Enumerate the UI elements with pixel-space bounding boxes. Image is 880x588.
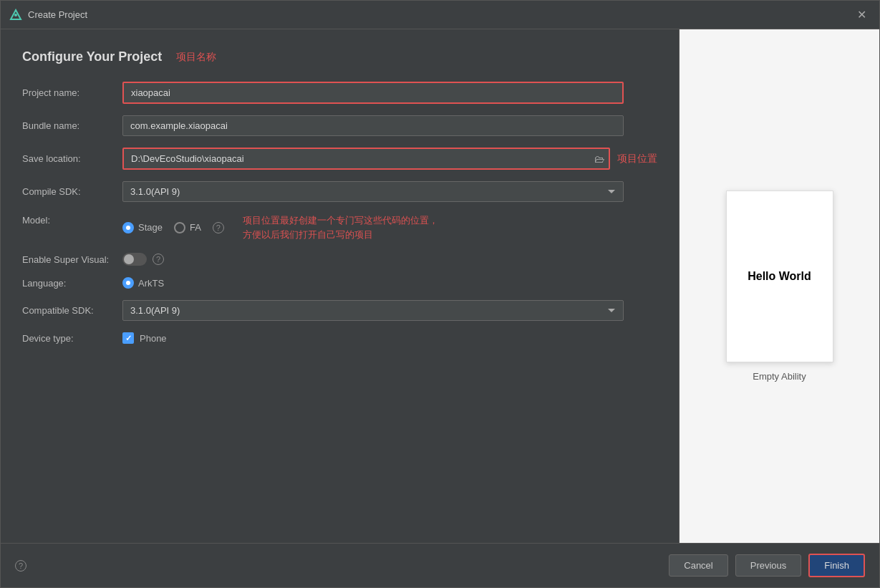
close-button[interactable]: ✕ [853,6,871,23]
language-arkts-radio[interactable] [122,277,134,289]
bundle-name-row: Bundle name: [22,115,657,136]
save-location-row: Save location: 🗁 项目位置 [22,148,657,170]
toggle-wrapper: ? [122,253,624,266]
save-location-annotation-wrapper: 项目位置 [617,152,657,165]
super-visual-help-icon[interactable]: ? [153,254,164,265]
compile-sdk-label: Compile SDK: [22,186,122,197]
model-help-icon[interactable]: ? [213,222,224,233]
bundle-name-input[interactable] [122,115,624,136]
template-label: Empty Ability [753,371,806,382]
enable-super-visual-control: ? [122,253,624,266]
bundle-name-control [122,115,624,136]
project-name-label: Project name: [22,87,122,98]
dialog-title: Create Project [28,9,853,20]
project-name-input[interactable] [122,82,624,104]
model-row: Model: Stage FA ? 项目位置最好创建一个专门写 [22,213,657,241]
left-panel: Configure Your Project 项目名称 Project name… [1,29,679,543]
right-panel: Hello World Empty Ability [679,29,879,543]
save-location-input-wrapper: 🗁 [122,148,610,170]
save-location-control: 🗁 [122,148,610,170]
project-name-control [122,82,624,104]
previous-button[interactable]: Previous [735,554,802,577]
model-stage-label: Stage [138,222,163,233]
language-item: ArkTS [122,277,624,289]
compile-sdk-select[interactable]: 3.1.0(API 9) [122,181,624,202]
language-row: Language: ArkTS [22,277,657,289]
device-type-phone[interactable]: Phone [122,332,624,344]
dialog: Create Project ✕ Configure Your Project … [0,0,880,588]
language-control: ArkTS [122,277,624,289]
section-title: Configure Your Project [22,49,162,64]
device-type-control: Phone [122,332,624,344]
annotation-save-location: 项目位置 [617,153,657,164]
compatible-sdk-row: Compatible SDK: 3.1.0(API 9) [22,300,657,321]
compile-sdk-control: 3.1.0(API 9) [122,181,624,202]
bundle-name-label: Bundle name: [22,120,122,131]
app-icon [9,9,22,21]
save-location-label: Save location: [22,153,122,164]
section-header: Configure Your Project 项目名称 [22,49,657,64]
language-label: Language: [22,278,122,289]
main-content: Configure Your Project 项目名称 Project name… [1,29,879,543]
save-location-input[interactable] [122,148,610,170]
project-name-row: Project name: [22,82,657,104]
footer-left: ? [15,560,26,572]
preview-card: Hello World [726,191,833,362]
folder-icon[interactable]: 🗁 [594,153,604,165]
enable-super-visual-label: Enable Super Visual: [22,254,122,265]
model-stage-option[interactable]: Stage [122,222,163,233]
model-fa-option[interactable]: FA [174,222,201,233]
cancel-button[interactable]: Cancel [669,554,727,577]
super-visual-toggle[interactable] [122,253,147,266]
compatible-sdk-label: Compatible SDK: [22,305,122,316]
device-type-row: Device type: Phone [22,332,657,344]
model-fa-label: FA [190,222,201,233]
compatible-sdk-control: 3.1.0(API 9) [122,300,624,321]
titlebar: Create Project ✕ [1,1,879,29]
preview-hello-text: Hello World [748,270,811,283]
language-value: ArkTS [138,278,164,289]
annotation-model: 项目位置最好创建一个专门写这些代码的位置， 方便以后我们打开自己写的项目 [243,213,438,241]
footer: ? Cancel Previous Finish [1,543,879,587]
device-type-phone-label: Phone [140,333,167,344]
model-fa-radio[interactable] [174,222,185,233]
compile-sdk-row: Compile SDK: 3.1.0(API 9) [22,181,657,202]
phone-checkbox[interactable] [122,332,134,344]
svg-point-1 [14,14,17,16]
compatible-sdk-select[interactable]: 3.1.0(API 9) [122,300,624,321]
model-stage-radio[interactable] [122,222,134,233]
enable-super-visual-row: Enable Super Visual: ? [22,253,657,266]
model-label: Model: [22,213,122,226]
footer-help-icon[interactable]: ? [15,560,26,572]
footer-right: Cancel Previous Finish [669,554,865,577]
device-type-label: Device type: [22,333,122,344]
model-control: Stage FA ? 项目位置最好创建一个专门写这些代码的位置， 方便以后我们打… [122,213,624,241]
model-radio-group: Stage FA ? 项目位置最好创建一个专门写这些代码的位置， 方便以后我们打… [122,213,624,241]
toggle-knob [124,254,134,264]
annotation-project-name: 项目名称 [176,51,216,64]
finish-button[interactable]: Finish [808,554,865,577]
